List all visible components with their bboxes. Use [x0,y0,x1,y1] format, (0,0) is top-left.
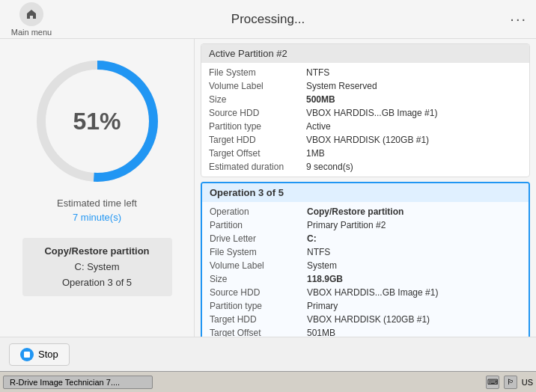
table-row: File System NTFS [210,245,521,259]
operations-list[interactable]: Active Partition #2 File System NTFS Vol… [195,39,536,337]
est-time-label: Estimated time left [57,197,137,209]
row-label: File System [209,67,306,78]
taskbar: R-Drive Image Technician 7.... ⌨ 🏳 US [0,371,536,392]
stop-icon [20,348,34,361]
partial-card-header: Active Partition #2 [201,44,529,63]
table-row: Source HDD VBOX HARDDIS...GB Image #1) [209,106,522,120]
table-row: Target Offset 501MB [210,326,521,337]
progress-percent: 51% [73,108,121,135]
op-info-sub1: C: System [33,260,162,275]
row-value: 500MB [306,94,335,105]
operation-info: Copy/Restore partition C: System Operati… [22,238,172,296]
row-value: Copy/Restore partition [307,206,403,217]
row-value: VBOX HARDDIS...GB Image #1) [307,287,438,298]
flag-icon[interactable]: 🏳 [504,376,517,389]
row-value: 501MB [307,328,335,337]
keyboard-icon[interactable]: ⌨ [486,376,499,389]
row-label: Partition type [209,121,306,132]
row-value: 118.9GB [307,274,343,284]
stop-icon-inner [24,352,30,358]
circle-text: 51% [73,108,121,135]
row-label: Volume Label [209,81,306,91]
row-value: VBOX HARDDIS...GB Image #1) [306,108,437,118]
home-icon [19,2,43,26]
row-label: Source HDD [209,108,306,118]
partial-card-body: File System NTFS Volume Label System Res… [201,63,529,177]
row-value: Primary Partition #2 [307,220,386,230]
table-row: Estimated duration 9 second(s) [209,160,522,174]
stop-button[interactable]: Stop [9,343,70,366]
table-row: Operation Copy/Restore partition [210,205,521,218]
active-card-header: Operation 3 of 5 [202,183,529,202]
op-info-sub2: Operation 3 of 5 [33,275,162,291]
taskbar-app[interactable]: R-Drive Image Technician 7.... [3,376,153,389]
row-value: Primary [307,301,338,311]
table-row: Size 118.9GB [210,272,521,286]
row-label: Source HDD [210,287,307,298]
op-info-title: Copy/Restore partition [33,244,162,260]
table-row: Partition Primary Partition #2 [210,218,521,232]
table-row: Drive Letter C: [210,232,521,245]
row-label: Estimated duration [209,162,306,172]
bottom-bar: Stop [0,337,536,371]
row-value: VBOX HARDDISK (120GB #1) [306,135,429,145]
table-row: File System NTFS [209,66,522,79]
table-row: Partition type Active [209,120,522,133]
main-content: 51% Estimated time left 7 minute(s) Copy… [0,39,536,337]
header: Main menu Processing... ··· [0,0,536,39]
row-label: Target Offset [210,328,307,337]
table-row: Target HDD VBOX HARDDISK (120GB #1) [210,313,521,326]
taskbar-right: ⌨ 🏳 US [486,376,533,389]
partial-card: Active Partition #2 File System NTFS Vol… [201,43,530,177]
row-label: Size [209,94,306,105]
row-value: 1MB [306,148,325,159]
row-label: File System [210,247,307,257]
row-value: System Reserved [306,81,377,91]
row-label: Partition type [210,301,307,311]
header-title: Processing... [231,12,305,27]
row-value: NTFS [306,67,329,78]
table-row: Partition type Primary [210,299,521,313]
row-value: 9 second(s) [306,162,353,172]
table-row: Volume Label System [210,259,521,272]
row-label: Drive Letter [210,233,307,244]
row-label: Target Offset [209,148,306,159]
row-label: Volume Label [210,260,307,271]
est-time-value: 7 minute(s) [73,212,121,223]
table-row: Target HDD VBOX HARDDISK (120GB #1) [209,133,522,147]
active-card-body: Operation Copy/Restore partition Partiti… [202,202,529,337]
more-options-button[interactable]: ··· [510,10,527,28]
progress-circle: 51% [30,54,165,189]
row-value: System [307,260,337,271]
left-panel: 51% Estimated time left 7 minute(s) Copy… [0,39,195,337]
table-row: Source HDD VBOX HARDDIS...GB Image #1) [210,286,521,299]
row-value: C: [307,233,317,244]
main-menu-label: Main menu [11,28,52,37]
row-label: Size [210,274,307,284]
table-row: Volume Label System Reserved [209,79,522,93]
table-row: Target Offset 1MB [209,147,522,160]
home-button[interactable]: Main menu [9,2,54,37]
right-panel: Active Partition #2 File System NTFS Vol… [195,39,536,337]
row-label: Partition [210,220,307,230]
row-value: NTFS [307,247,330,257]
row-label: Target HDD [209,135,306,145]
row-label: Operation [210,206,307,217]
row-value: VBOX HARDDISK (120GB #1) [307,314,430,325]
active-op-card: Operation 3 of 5 Operation Copy/Restore … [201,182,530,337]
taskbar-lang: US [522,378,533,387]
row-label: Target HDD [210,314,307,325]
stop-label: Stop [38,349,58,360]
table-row: Size 500MB [209,93,522,106]
row-value: Active [306,121,331,132]
